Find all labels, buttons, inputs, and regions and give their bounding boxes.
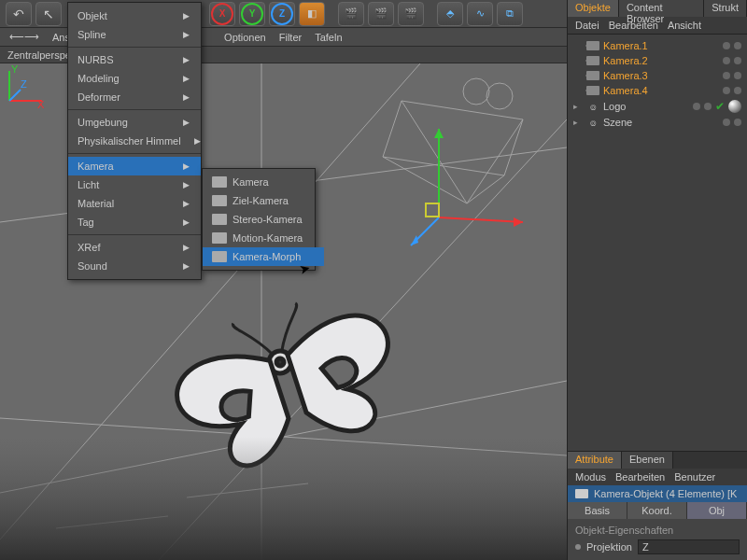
menu-item-xref[interactable]: XRef▶	[68, 238, 201, 257]
render-region-button[interactable]: 🎬	[368, 2, 394, 26]
camera-icon	[212, 214, 227, 225]
object-tree[interactable]: Kamera.1Kamera.2Kamera.3Kamera.4▸⌾Logo✔▸…	[568, 35, 747, 133]
camera-icon	[575, 489, 588, 498]
obj-row-logo[interactable]: ▸⌾Logo✔	[568, 98, 747, 115]
attr-field-projection[interactable]: Z	[638, 539, 740, 554]
attr-edit-menu[interactable]: Bearbeiten	[615, 471, 665, 483]
viewport-nav-icon[interactable]: ⟵⟶	[9, 31, 39, 43]
clapper-icon: 🎬	[345, 7, 358, 20]
menu-item-modeling[interactable]: Modeling▶	[68, 69, 201, 88]
axis-z-toggle[interactable]: Z	[269, 2, 295, 26]
camera-icon	[586, 86, 599, 95]
camera-submenu: KameraZiel-KameraStereo-KameraMotion-Kam…	[202, 168, 316, 271]
link-icon: ⧉	[506, 7, 514, 20]
cube-icon: ◧	[307, 7, 317, 20]
svg-point-23	[275, 357, 285, 367]
primitive-cube-button[interactable]: ◧	[299, 2, 325, 26]
camera-icon	[586, 56, 599, 65]
create-menu: Objekt▶Spline▶NURBS▶Modeling▶Deformer▶Um…	[67, 2, 202, 280]
attribute-manager: Attribute Ebenen Modus Bearbeiten Benutz…	[568, 451, 747, 560]
axis-y-toggle[interactable]: Y	[239, 2, 265, 26]
svg-text:Y: Y	[11, 63, 19, 75]
svg-text:Z: Z	[21, 78, 27, 90]
om-edit-menu[interactable]: Bearbeiten	[609, 20, 658, 31]
clapper-icon: 🎬	[374, 7, 388, 20]
obj-row-kamera-2[interactable]: Kamera.2	[568, 53, 747, 68]
object-manager-menu: Datei Bearbeiten Ansicht	[568, 17, 747, 35]
svg-line-27	[9, 90, 21, 101]
axis-gizmo: Y X Z	[0, 63, 47, 110]
svg-rect-24	[0, 437, 567, 560]
tab-structure[interactable]: Strukt	[704, 0, 747, 17]
svg-line-9	[402, 101, 467, 203]
subtab-basis[interactable]: Basis	[568, 502, 627, 519]
panel-tabs: Objekte Content Browser Strukt	[568, 0, 747, 17]
svg-point-13	[463, 78, 489, 105]
obj-row-kamera-1[interactable]: Kamera.1	[568, 38, 747, 53]
tab-layers[interactable]: Ebenen	[622, 452, 673, 469]
tab-attribute[interactable]: Attribute	[568, 452, 622, 469]
filter-menu[interactable]: Filter	[279, 32, 302, 43]
svg-line-12	[383, 157, 467, 203]
menu-item-material[interactable]: Material▶	[68, 194, 201, 213]
svg-marker-18	[434, 129, 444, 138]
camera-icon	[586, 41, 599, 50]
tool-undo[interactable]: ↶	[6, 2, 32, 26]
obj-row-szene[interactable]: ▸⌾Szene	[568, 115, 747, 130]
om-file-menu[interactable]: Datei	[575, 20, 599, 31]
menu-item-nurbs[interactable]: NURBS▶	[68, 50, 201, 69]
attr-user-menu[interactable]: Benutzer	[674, 471, 715, 483]
attr-row-projection: Projektion Z	[575, 538, 740, 556]
menu-item-tag[interactable]: Tag▶	[68, 213, 201, 231]
om-view-menu[interactable]: Ansicht	[668, 20, 701, 31]
menu-item-licht[interactable]: Licht▶	[68, 175, 201, 194]
submenu-item-kamera[interactable]: Kamera	[203, 173, 324, 191]
render-button[interactable]: 🎬	[338, 2, 364, 26]
menu-item-umgebung[interactable]: Umgebung▶	[68, 113, 201, 132]
render-settings-button[interactable]: 🎬	[398, 2, 424, 26]
camera-icon	[212, 251, 227, 262]
menu-item-spline[interactable]: Spline▶	[68, 25, 201, 44]
object-manager-panel: Objekte Content Browser Strukt Datei Bea…	[567, 0, 747, 560]
menu-item-deformer[interactable]: Deformer▶	[68, 88, 201, 106]
menu-item-kamera[interactable]: Kamera▶	[68, 157, 201, 175]
svg-marker-8	[383, 101, 523, 175]
add-object-button[interactable]: ⬘	[437, 2, 463, 26]
material-ball-icon	[728, 100, 741, 113]
menu-item-objekt[interactable]: Objekt▶	[68, 7, 201, 25]
svg-marker-16	[514, 217, 523, 227]
spline-button[interactable]: ∿	[467, 2, 493, 26]
svg-text:X: X	[37, 99, 45, 110]
obj-row-kamera-3[interactable]: Kamera.3	[568, 68, 747, 83]
clapper-icon: 🎬	[404, 7, 417, 20]
blue-cube-icon: ⬘	[446, 7, 454, 20]
subtab-koord[interactable]: Koord.	[627, 502, 687, 519]
axis-x-toggle[interactable]: X	[209, 2, 235, 26]
tab-objects[interactable]: Objekte	[568, 0, 619, 17]
attr-label-projection: Projektion	[586, 541, 632, 553]
svg-line-10	[467, 119, 523, 203]
tool-cursor[interactable]: ↖	[35, 2, 62, 26]
camera-icon	[212, 232, 227, 244]
panels-menu[interactable]: Tafeln	[315, 32, 342, 43]
menu-item-physikalischer-himmel[interactable]: Physikalischer Himmel▶	[68, 132, 201, 150]
svg-rect-21	[426, 203, 439, 217]
perspective-label: Zentralperspe	[7, 49, 71, 61]
attr-mode-menu[interactable]: Modus	[575, 471, 606, 483]
null-icon: ⌾	[586, 101, 599, 112]
camera-icon	[212, 195, 227, 206]
svg-line-15	[439, 217, 523, 222]
obj-row-kamera-4[interactable]: Kamera.4	[568, 83, 747, 98]
submenu-item-stereo-kamera[interactable]: Stereo-Kamera	[203, 210, 324, 229]
svg-point-14	[486, 83, 513, 109]
submenu-item-ziel-kamera[interactable]: Ziel-Kamera	[203, 191, 324, 210]
svg-marker-20	[411, 235, 418, 245]
null-icon: ⌾	[586, 117, 599, 128]
subtab-obj[interactable]: Obj	[687, 502, 747, 519]
options-menu[interactable]: Optionen	[224, 32, 266, 43]
submenu-item-motion-kamera[interactable]: Motion-Kamera	[203, 229, 324, 247]
menu-item-sound[interactable]: Sound▶	[68, 257, 201, 275]
tab-content-browser[interactable]: Content Browser	[619, 0, 704, 17]
generator-button[interactable]: ⧉	[497, 2, 523, 26]
submenu-item-kamera-morph[interactable]: Kamera-Morph	[203, 247, 324, 266]
